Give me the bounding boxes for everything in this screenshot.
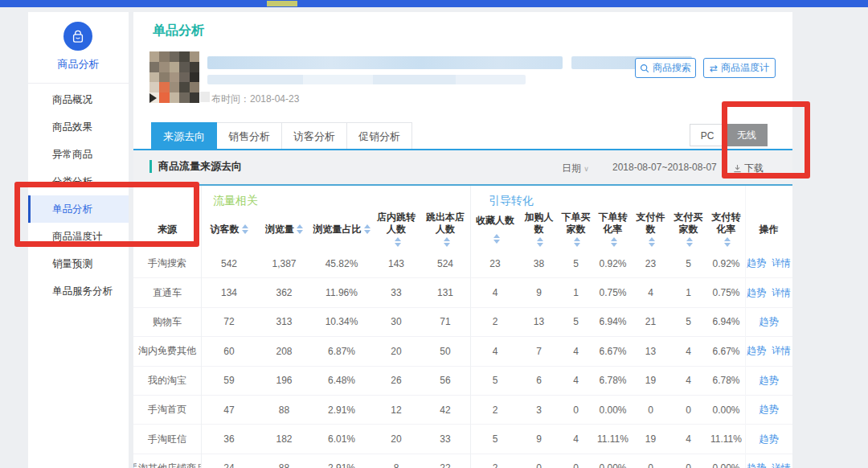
value-cell: 23 [632, 249, 669, 277]
column-header[interactable]: 下单转化率 [594, 211, 632, 248]
sort-icon[interactable] [686, 237, 693, 247]
actions-cell: 趋势详情 [745, 454, 792, 468]
value-cell: 13 [632, 337, 669, 365]
sort-up-arrow-icon [724, 237, 731, 241]
sidebar-item[interactable]: 分类分析 [28, 168, 129, 195]
sidebar-item[interactable]: 销量预测 [28, 250, 129, 277]
sidebar-item[interactable]: 商品温度计 [28, 223, 129, 250]
action-link[interactable]: 趋势 [760, 403, 779, 417]
sort-icon[interactable] [395, 237, 401, 247]
column-header-label: 收藏人数 [476, 215, 514, 227]
analysis-tabs: 来源去向销售分析访客分析促销分析 [151, 122, 412, 149]
column-header[interactable]: 收藏人数 [470, 211, 520, 248]
sort-icon[interactable] [537, 237, 543, 247]
sort-icon[interactable] [724, 237, 731, 247]
mosaic-cell [159, 51, 169, 62]
mosaic-cell [149, 51, 159, 62]
action-link[interactable]: 详情 [772, 462, 791, 468]
action-link[interactable]: 详情 [772, 344, 791, 358]
product-thermometer-button[interactable]: ⇄ 商品温度计 [703, 58, 776, 78]
value-cell: 6.94% [594, 308, 632, 336]
value-cell: 6.01% [311, 425, 372, 453]
search-icon [640, 64, 649, 73]
value-cell: 0.92% [594, 249, 632, 277]
column-header[interactable]: 访客数 [201, 211, 257, 248]
date-dropdown[interactable]: 日期 ∨ [562, 162, 589, 175]
column-header-label: 下单买家数 [559, 211, 592, 236]
sort-up-arrow-icon [364, 224, 371, 228]
tab[interactable]: 促销分析 [347, 122, 412, 149]
column-header[interactable]: 浏览量 [257, 211, 311, 248]
shopping-bag-icon [70, 28, 86, 44]
sort-icon[interactable] [611, 237, 617, 247]
value-cell: 0 [558, 396, 594, 424]
download-button[interactable]: 下载 [733, 162, 764, 175]
column-header-label: 访客数 [211, 224, 240, 236]
sort-icon[interactable] [574, 237, 580, 247]
table-row: 手淘旺信361826.01%203359411.11%19411.11%趋势 [133, 425, 792, 454]
action-link[interactable]: 趋势 [747, 286, 766, 300]
sidebar-item[interactable]: 单品分析 [28, 195, 129, 223]
image-corner-mark-icon [149, 93, 157, 103]
value-cell: 134 [201, 278, 257, 306]
action-link[interactable]: 趋势 [747, 257, 766, 270]
value-cell: 6.78% [707, 367, 745, 395]
sort-icon[interactable] [649, 237, 655, 247]
action-link[interactable]: 详情 [772, 257, 791, 270]
action-link[interactable]: 趋势 [760, 315, 779, 329]
sort-icon[interactable] [444, 237, 450, 247]
value-cell: 0.00% [707, 454, 745, 468]
column-header[interactable]: 支付转化率 [707, 211, 745, 248]
sidebar-menu: 商品概况商品效果异常商品分类分析单品分析商品温度计销量预测单品服务分析 [28, 86, 129, 305]
action-link[interactable]: 趋势 [760, 374, 779, 388]
value-cell: 0.00% [707, 396, 745, 424]
action-link[interactable]: 趋势 [747, 462, 766, 468]
value-cell: 50 [420, 337, 470, 365]
tab[interactable]: 访客分析 [282, 122, 347, 149]
sidebar-item[interactable]: 异常商品 [28, 141, 129, 168]
action-link[interactable]: 趋势 [760, 433, 779, 446]
sidebar-item[interactable]: 商品效果 [28, 113, 129, 141]
column-header[interactable]: 浏览量占比 [311, 211, 372, 248]
sort-icon[interactable] [297, 224, 303, 234]
column-header[interactable]: 支付买家数 [669, 211, 707, 248]
value-cell: 21 [632, 308, 669, 336]
product-search-button[interactable]: 商品搜索 [635, 58, 696, 78]
actions-cell: 趋势 [745, 308, 792, 336]
sort-down-arrow-icon [611, 243, 617, 247]
action-link[interactable]: 趋势 [747, 344, 766, 358]
actions-cell: 趋势详情 [745, 278, 792, 306]
device-toggle-pc[interactable]: PC [690, 124, 725, 146]
value-cell: 33 [372, 278, 420, 306]
sort-icon[interactable] [493, 234, 500, 244]
value-cell: 33 [420, 425, 470, 453]
value-cell: 5 [470, 425, 520, 453]
tab[interactable]: 来源去向 [151, 122, 217, 149]
value-cell: 72 [201, 308, 257, 336]
device-toggle-wireless[interactable]: 无线 [726, 124, 768, 146]
sidebar-item[interactable]: 单品服务分析 [28, 277, 129, 305]
value-cell: 59 [201, 367, 257, 395]
value-cell: 10.34% [311, 308, 372, 336]
column-header[interactable]: 店内跳转人数 [372, 211, 420, 248]
value-cell: 6.48% [311, 367, 372, 395]
mosaic-cell [149, 62, 159, 72]
sort-icon[interactable] [364, 224, 371, 234]
value-cell: 4 [669, 367, 707, 395]
value-cell: 0 [520, 454, 558, 468]
tab[interactable]: 销售分析 [217, 122, 282, 149]
divider [470, 186, 471, 468]
sidebar-item[interactable]: 商品概况 [28, 86, 129, 113]
top-bar [0, 0, 868, 7]
column-header[interactable]: 加购人数 [520, 211, 558, 248]
column-header[interactable]: 下单买家数 [558, 211, 594, 248]
value-cell: 11.11% [707, 425, 745, 453]
value-cell: 11.96% [311, 278, 372, 306]
value-cell: 2 [470, 308, 520, 336]
column-header[interactable]: 跳出本店人数 [420, 211, 470, 248]
table-row: 直通车13436211.96%331314910.75%410.75%趋势详情 [133, 278, 792, 307]
column-header[interactable]: 支付件数 [632, 211, 669, 248]
sort-icon[interactable] [242, 224, 248, 234]
action-link[interactable]: 详情 [772, 286, 791, 300]
mosaic-cell [159, 82, 169, 92]
